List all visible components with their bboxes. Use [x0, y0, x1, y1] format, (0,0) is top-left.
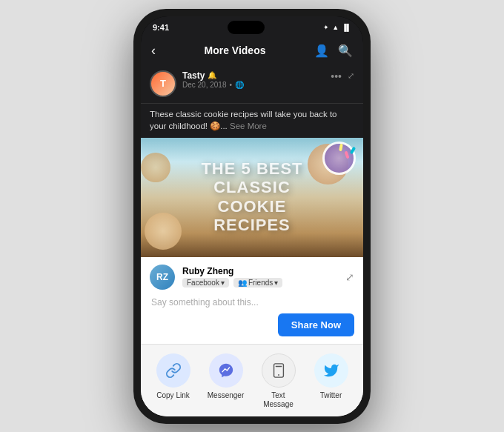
- copy-link-icon: [156, 353, 190, 388]
- post-meta: T Tasty 🔔 Dec 20, 2018 • 🌐 ••• ⤢: [141, 64, 363, 104]
- battery-icon: ▐▌: [342, 24, 351, 31]
- post-action-icons: ••• ⤢: [331, 70, 354, 82]
- share-button-row: Share Now: [141, 313, 363, 344]
- dot-separator: •: [230, 81, 233, 89]
- see-more-link[interactable]: See More: [230, 122, 267, 130]
- messenger-option[interactable]: Messenger: [204, 353, 248, 409]
- svg-point-1: [278, 374, 279, 376]
- post-account-name: Tasty: [182, 70, 205, 81]
- search-icon[interactable]: 🔍: [338, 44, 353, 58]
- twitter-icon: [314, 353, 348, 388]
- share-panel: RZ Ruby Zheng Facebook ▾ 👥 Friends ▾: [141, 257, 363, 416]
- share-user-name: Ruby Zheng: [182, 266, 338, 276]
- text-message-label: TextMessage: [263, 391, 294, 409]
- header-title: More Videos: [205, 44, 266, 56]
- share-user-avatar: RZ: [150, 265, 175, 290]
- post-avatar: T: [150, 70, 176, 97]
- chevron-down-icon: ▾: [221, 279, 225, 287]
- video-thumbnail[interactable]: THE 5 BEST CLASSIC COOKIE RECIPES: [141, 138, 363, 257]
- friends-icon: 👥: [238, 279, 247, 287]
- post-date-text: Dec 20, 2018: [182, 81, 227, 89]
- status-time: 9:41: [153, 23, 169, 32]
- post-text-content: These classic cookie recipes will take y…: [150, 108, 354, 132]
- share-input[interactable]: Say something about this...: [141, 294, 363, 313]
- platform-dropdown[interactable]: Facebook ▾: [182, 278, 229, 288]
- copy-link-label: Copy Link: [156, 391, 189, 400]
- expand-icon[interactable]: ⤢: [348, 71, 354, 81]
- video-background: THE 5 BEST CLASSIC COOKIE RECIPES: [141, 138, 363, 257]
- post-text-area: These classic cookie recipes will take y…: [141, 104, 363, 138]
- privacy-icon: 🌐: [235, 81, 244, 89]
- profile-icon[interactable]: 👤: [314, 44, 329, 58]
- text-message-icon: [262, 353, 296, 388]
- back-button[interactable]: ‹: [151, 43, 156, 59]
- copy-link-option[interactable]: Copy Link: [151, 353, 196, 409]
- app-header: ‹ More Videos 👤 🔍: [141, 37, 363, 64]
- share-user-info: Ruby Zheng Facebook ▾ 👥 Friends ▾: [182, 266, 338, 288]
- phone-screen: 9:41 ✦ ▲ ▐▌ ‹ More Videos 👤 🔍 T: [141, 16, 363, 416]
- share-options-row: Copy Link Messenger: [141, 344, 363, 416]
- phone-device: 9:41 ✦ ▲ ▐▌ ‹ More Videos 👤 🔍 T: [133, 9, 371, 424]
- share-dropdowns: Facebook ▾ 👥 Friends ▾: [182, 278, 338, 288]
- video-title-overlay: THE 5 BEST CLASSIC COOKIE RECIPES: [158, 160, 347, 235]
- share-header: RZ Ruby Zheng Facebook ▾ 👥 Friends ▾: [141, 257, 363, 294]
- post-date: Dec 20, 2018 • 🌐: [182, 81, 325, 89]
- share-now-button[interactable]: Share Now: [278, 313, 354, 336]
- audience-dropdown[interactable]: 👥 Friends ▾: [233, 278, 282, 288]
- wifi-icon: ▲: [332, 24, 339, 31]
- post-info: Tasty 🔔 Dec 20, 2018 • 🌐: [182, 70, 325, 89]
- video-title: THE 5 BEST CLASSIC COOKIE RECIPES: [158, 160, 347, 235]
- bluetooth-icon: ✦: [323, 24, 329, 31]
- text-message-option[interactable]: TextMessage: [256, 353, 301, 409]
- expand-share-icon[interactable]: ⤢: [345, 271, 354, 283]
- status-icons: ✦ ▲ ▐▌: [323, 24, 351, 31]
- chevron-down-icon-2: ▾: [274, 279, 278, 287]
- messenger-label: Messenger: [208, 391, 244, 400]
- post-verified-icon: 🔔: [208, 71, 216, 79]
- twitter-label: Twitter: [320, 391, 342, 400]
- messenger-icon: [209, 353, 243, 388]
- notch: [228, 21, 265, 34]
- more-options-icon[interactable]: •••: [331, 70, 342, 82]
- header-action-icons: 👤 🔍: [314, 44, 353, 58]
- status-bar: 9:41 ✦ ▲ ▐▌: [141, 16, 363, 37]
- twitter-option[interactable]: Twitter: [309, 353, 354, 409]
